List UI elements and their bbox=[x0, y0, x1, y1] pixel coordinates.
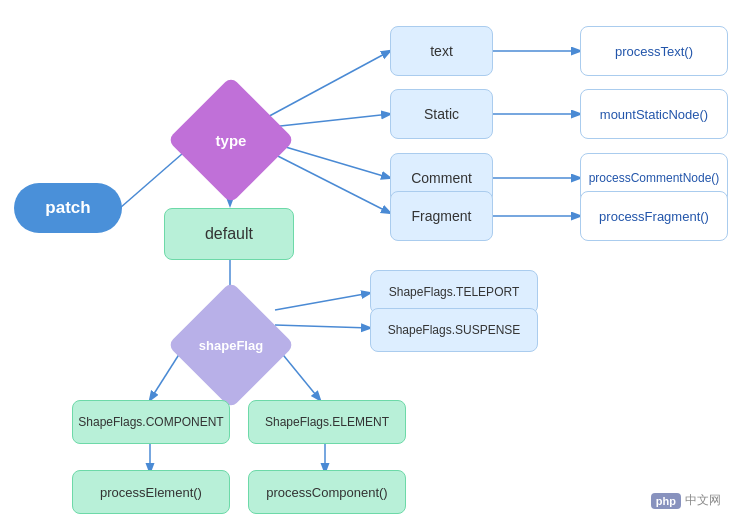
process-fragment-node: processFragment() bbox=[580, 191, 728, 241]
svg-line-11 bbox=[275, 293, 370, 310]
watermark-text: 中文网 bbox=[685, 492, 721, 509]
svg-line-1 bbox=[262, 51, 390, 120]
php-badge: php bbox=[651, 493, 681, 509]
suspense-node: ShapeFlags.SUSPENSE bbox=[370, 308, 538, 352]
process-text-node: processText() bbox=[580, 26, 728, 76]
type-diamond-wrap: type bbox=[186, 95, 276, 185]
arrows-svg bbox=[0, 0, 737, 523]
default-node: default bbox=[164, 208, 294, 260]
text-node: text bbox=[390, 26, 493, 76]
process-element-node: processElement() bbox=[72, 470, 230, 514]
element-node: ShapeFlags.ELEMENT bbox=[248, 400, 406, 444]
shapeflag-diamond bbox=[167, 281, 294, 408]
component-node: ShapeFlags.COMPONENT bbox=[72, 400, 230, 444]
fragment-node: Fragment bbox=[390, 191, 493, 241]
static-node: Static bbox=[390, 89, 493, 139]
mount-static-node: mountStaticNode() bbox=[580, 89, 728, 139]
diagram: patch type default text Static Comment F… bbox=[0, 0, 737, 523]
svg-line-4 bbox=[262, 148, 390, 213]
svg-line-12 bbox=[275, 325, 370, 328]
process-component-node: processComponent() bbox=[248, 470, 406, 514]
patch-node: patch bbox=[14, 183, 122, 233]
type-diamond bbox=[167, 76, 294, 203]
shapeflag-diamond-wrap: shapeFlag bbox=[186, 300, 276, 390]
watermark: php 中文网 bbox=[651, 492, 721, 509]
